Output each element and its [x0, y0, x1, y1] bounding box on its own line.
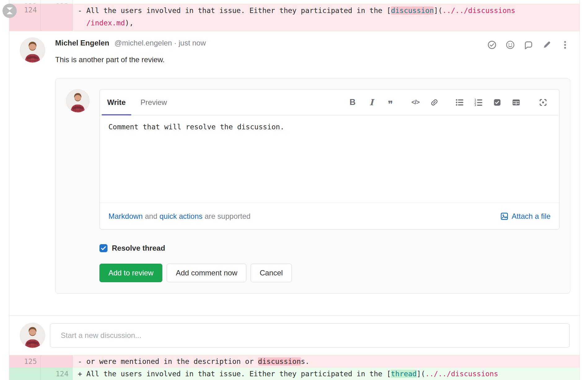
old-line-number: 125	[24, 357, 37, 365]
resolve-thread-row: Resolve thread	[99, 244, 559, 253]
new-line-gutter[interactable]	[41, 355, 72, 368]
new-line-gutter[interactable]: 123	[41, 0, 72, 4]
italic-icon[interactable]: I	[367, 98, 376, 107]
old-line-gutter[interactable]: 125	[9, 355, 41, 368]
current-user-avatar	[66, 89, 90, 113]
comment: Michel Engelen @michel.engelen · just no…	[20, 37, 570, 294]
attach-file-button[interactable]: Attach a file	[500, 212, 551, 221]
fullscreen-icon[interactable]	[539, 98, 547, 107]
markdown-toolbar: B I ❞ </>	[348, 89, 559, 115]
diff-code	[72, 0, 580, 4]
numbered-list-icon[interactable]: 123	[474, 98, 483, 107]
diff-table-frame: 123 123 124 - All the users involved in …	[9, 0, 580, 380]
add-comment-now-button[interactable]: Add comment now	[167, 264, 246, 282]
diff-code: - All the users involved in that issue. …	[72, 4, 580, 31]
task-list-icon[interactable]	[493, 98, 502, 107]
emoji-icon[interactable]	[505, 40, 516, 50]
comment-column: Michel Engelen @michel.engelen · just no…	[55, 37, 570, 294]
editor-tabs: Write Preview	[100, 89, 174, 115]
old-line-number: 123	[24, 0, 37, 4]
bulleted-list-icon[interactable]	[455, 98, 464, 107]
old-line-gutter[interactable]	[9, 368, 41, 380]
markdown-editor: Write Preview B I ❞ </>	[99, 89, 559, 230]
quick-actions-link[interactable]: quick actions	[160, 212, 203, 221]
comment-icon[interactable]	[523, 40, 534, 50]
collapse-lines-button[interactable]	[2, 4, 17, 18]
add-to-review-button[interactable]: Add to review	[99, 264, 162, 282]
new-line-gutter[interactable]: 124	[41, 368, 72, 380]
form-actions: Add to review Add comment now Cancel	[99, 264, 559, 282]
resolve-thread-label: Resolve thread	[112, 244, 165, 253]
author-meta: @michel.engelen · just now	[114, 39, 206, 47]
hint-text: are supported	[205, 212, 251, 221]
diff-removed-row: 124 - All the users involved in that iss…	[9, 4, 580, 31]
resolve-thread-checkbox[interactable]	[99, 244, 108, 252]
attach-file-label: Attach a file	[512, 212, 551, 221]
link-icon[interactable]	[430, 98, 439, 107]
diff-removed-row: 125 - or were mentioned in the descripti…	[9, 355, 580, 368]
old-line-gutter[interactable]: 123	[9, 0, 41, 4]
new-line-gutter[interactable]	[41, 4, 72, 31]
tab-write[interactable]: Write	[100, 89, 133, 115]
attach-file-icon	[500, 212, 509, 221]
diff-code: + All the users involved in that issue. …	[72, 368, 580, 380]
new-line-number: 123	[55, 0, 68, 4]
merge-request-diff-discussion: 123 123 124 - All the users involved in …	[0, 0, 588, 380]
editor-column: Write Preview B I ❞ </>	[99, 89, 559, 282]
new-discussion-input[interactable]	[50, 323, 570, 348]
current-user-avatar	[20, 323, 45, 348]
quote-icon[interactable]: ❞	[386, 98, 395, 107]
diff-added-row: 124 + All the users involved in that iss…	[9, 368, 580, 380]
markdown-link[interactable]: Markdown	[108, 212, 143, 221]
discussion-thread: Michel Engelen @michel.engelen · just no…	[9, 31, 580, 315]
diff-context-row: 123 123	[9, 0, 580, 4]
author-name[interactable]: Michel Engelen	[55, 39, 109, 47]
author-avatar	[20, 37, 45, 63]
bold-icon[interactable]: B	[348, 98, 357, 107]
table-icon[interactable]	[512, 98, 520, 107]
comment-textarea[interactable]: Comment that will resolve the discussion…	[100, 115, 559, 203]
tab-preview[interactable]: Preview	[133, 89, 174, 115]
more-options-icon[interactable]	[560, 40, 570, 50]
editor-header: Write Preview B I ❞ </>	[100, 89, 559, 115]
reply-form: Write Preview B I ❞ </>	[55, 78, 570, 294]
diff-code: - or were mentioned in the description o…	[72, 355, 580, 368]
cancel-button[interactable]: Cancel	[251, 264, 292, 282]
resolve-thread-icon[interactable]	[487, 40, 497, 50]
comment-body: This is another part of the review.	[55, 55, 570, 64]
markdown-hint: Markdown and quick actions are supported	[108, 212, 251, 221]
editor-footer: Markdown and quick actions are supported	[100, 203, 559, 229]
old-line-number: 124	[24, 6, 37, 14]
new-line-number: 124	[55, 370, 68, 378]
new-discussion-row	[9, 315, 580, 355]
hint-text: and	[145, 212, 157, 221]
note-actions	[487, 40, 570, 50]
code-icon[interactable]: </>	[411, 98, 420, 107]
edit-icon[interactable]	[542, 40, 552, 50]
svg-text:3: 3	[475, 104, 476, 107]
